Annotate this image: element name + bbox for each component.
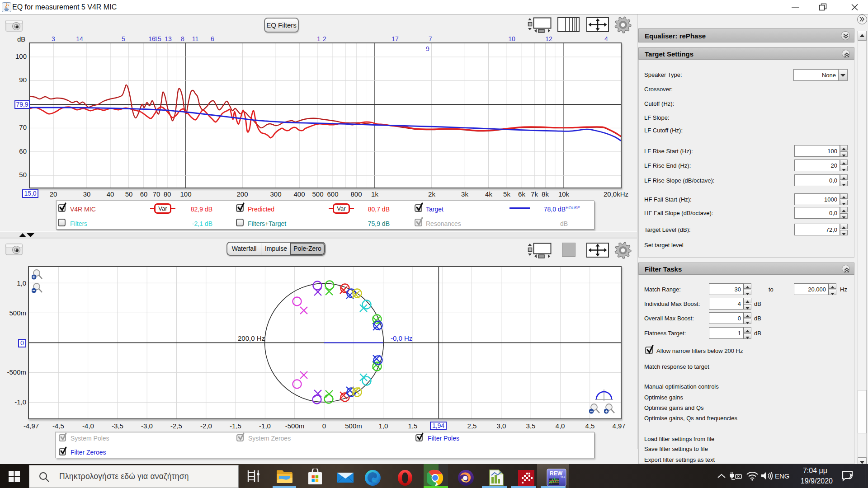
svg-text:V5.1: V5.1 (561, 475, 566, 478)
